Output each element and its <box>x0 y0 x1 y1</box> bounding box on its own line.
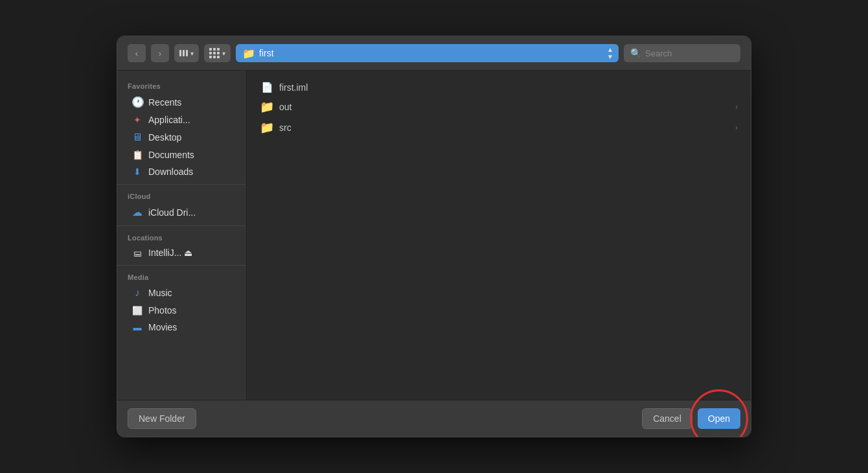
sidebar-item-movies-label: Movies <box>148 322 177 332</box>
back-button[interactable]: ‹ <box>128 44 146 62</box>
sidebar-divider-2 <box>117 225 246 226</box>
search-placeholder: Search <box>645 49 672 58</box>
file-name: first.iml <box>279 82 308 93</box>
folder-icon: 📁 <box>260 100 274 114</box>
open-button-wrapper: Open <box>698 408 740 429</box>
path-label: first <box>259 48 274 58</box>
sidebar-item-documents[interactable]: 📋 Documents <box>121 146 242 163</box>
sidebar-item-icloud-label: iCloud Dri... <box>148 207 196 218</box>
file-list: 📄 first.iml 📁 out › 📁 src › <box>247 71 751 400</box>
media-label: Media <box>117 270 246 284</box>
photos-icon: ⬜ <box>131 306 143 316</box>
file-dialog: ‹ › ▾ <box>117 36 751 437</box>
search-icon: 🔍 <box>630 48 641 58</box>
sidebar-item-desktop-label: Desktop <box>148 132 181 143</box>
sidebar-item-applications[interactable]: ✦ Applicati... <box>121 111 242 128</box>
sidebar-item-photos[interactable]: ⬜ Photos <box>121 302 242 319</box>
chevron-right-icon: › <box>735 102 738 111</box>
path-chevrons: ▲ ▼ <box>607 47 613 60</box>
sidebar-item-movies[interactable]: ▬ Movies <box>121 319 242 336</box>
icloud-label: iCloud <box>117 189 246 203</box>
sidebar-item-recents[interactable]: 🕐 Recents <box>121 93 242 111</box>
cancel-button[interactable]: Cancel <box>642 408 692 429</box>
grid-icon <box>209 48 220 58</box>
path-bar[interactable]: 📁 first ▲ ▼ <box>236 44 619 62</box>
grid-dropdown-icon: ▾ <box>222 50 225 57</box>
main-content: Favorites 🕐 Recents ✦ Applicati... 🖥 Des… <box>117 71 751 400</box>
sidebar-item-intellij-label: IntelliJ... ⏏ <box>148 248 192 258</box>
favorites-label: Favorites <box>117 78 246 93</box>
movies-icon: ▬ <box>131 323 143 332</box>
columns-icon <box>179 50 188 56</box>
file-doc-icon: 📄 <box>260 82 274 93</box>
downloads-icon: ⬇ <box>131 167 143 177</box>
documents-icon: 📋 <box>131 150 143 160</box>
chevron-right-icon: › <box>735 123 738 132</box>
locations-label: Locations <box>117 230 246 244</box>
intellij-icon: 🖴 <box>131 248 143 258</box>
view-grid-button[interactable]: ▾ <box>204 44 231 62</box>
open-button[interactable]: Open <box>698 408 740 429</box>
path-folder-icon: 📁 <box>242 47 255 60</box>
search-bar[interactable]: 🔍 Search <box>624 44 740 62</box>
sidebar: Favorites 🕐 Recents ✦ Applicati... 🖥 Des… <box>117 71 247 400</box>
file-name: out <box>279 102 291 112</box>
new-folder-button[interactable]: New Folder <box>128 408 196 429</box>
bottom-bar: New Folder Cancel Open <box>117 400 751 437</box>
sidebar-item-documents-label: Documents <box>148 150 194 160</box>
bottom-right-buttons: Cancel Open <box>642 408 740 429</box>
sidebar-divider-3 <box>117 265 246 266</box>
sidebar-item-downloads-label: Downloads <box>148 167 193 177</box>
sidebar-item-downloads[interactable]: ⬇ Downloads <box>121 163 242 180</box>
toolbar: ‹ › ▾ <box>117 36 751 71</box>
file-item-src[interactable]: 📁 src › <box>255 117 743 138</box>
file-name: src <box>279 122 291 133</box>
recents-icon: 🕐 <box>131 96 143 108</box>
file-item-first-iml[interactable]: 📄 first.iml <box>255 78 743 97</box>
sidebar-item-desktop[interactable]: 🖥 Desktop <box>121 128 242 146</box>
icloud-icon: ☁ <box>131 206 143 218</box>
folder-icon: 📁 <box>260 121 274 135</box>
applications-icon: ✦ <box>131 115 143 125</box>
sidebar-item-intellij[interactable]: 🖴 IntelliJ... ⏏ <box>121 244 242 261</box>
sidebar-item-music[interactable]: ♪ Music <box>121 284 242 302</box>
sidebar-divider-1 <box>117 184 246 185</box>
sidebar-item-photos-label: Photos <box>148 305 177 316</box>
forward-button[interactable]: › <box>151 44 169 62</box>
sidebar-item-music-label: Music <box>148 288 172 298</box>
music-icon: ♪ <box>131 287 143 299</box>
sidebar-item-recents-label: Recents <box>148 97 181 108</box>
file-item-out[interactable]: 📁 out › <box>255 97 743 117</box>
view-columns-button[interactable]: ▾ <box>174 44 199 62</box>
sidebar-item-icloud-drive[interactable]: ☁ iCloud Dri... <box>121 203 242 222</box>
desktop-icon: 🖥 <box>131 132 143 143</box>
sidebar-item-applications-label: Applicati... <box>148 115 190 125</box>
columns-dropdown-icon: ▾ <box>190 50 194 57</box>
